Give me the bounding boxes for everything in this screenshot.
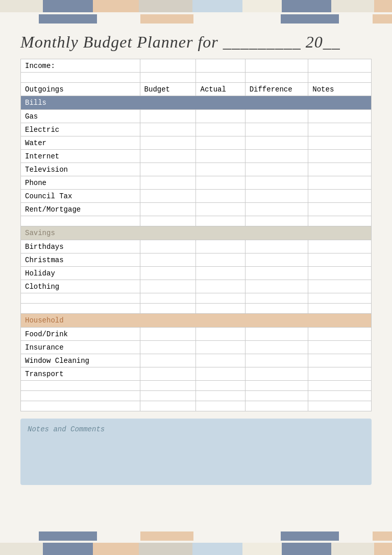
income-budget[interactable] [140, 59, 196, 73]
budget-cell[interactable] [140, 367, 196, 381]
actual-cell[interactable] [196, 253, 245, 267]
strip-seg [242, 531, 281, 541]
budget-cell[interactable] [140, 136, 196, 150]
notes-cell[interactable] [308, 240, 372, 253]
notes-cell[interactable] [308, 253, 372, 267]
actual-cell[interactable] [196, 163, 245, 176]
budget-cell[interactable] [140, 110, 196, 123]
diff-cell[interactable] [245, 280, 308, 293]
table-row: Food/Drink [21, 328, 372, 341]
actual-cell[interactable] [196, 354, 245, 367]
spacer-row [21, 216, 372, 226]
notes-cell[interactable] [308, 150, 372, 163]
col-header-difference: Difference [245, 83, 308, 96]
budget-cell[interactable] [140, 150, 196, 163]
diff-cell[interactable] [245, 253, 308, 267]
strip-seg [374, 0, 392, 12]
diff-cell[interactable] [245, 267, 308, 280]
notes-cell[interactable] [308, 163, 372, 176]
actual-cell[interactable] [196, 150, 245, 163]
actual-cell[interactable] [196, 240, 245, 253]
category-savings: Savings [21, 226, 372, 240]
diff-cell[interactable] [245, 240, 308, 253]
notes-cell[interactable] [308, 136, 372, 150]
budget-cell[interactable] [140, 341, 196, 354]
strip-seg [0, 0, 43, 12]
strip-seg [139, 543, 192, 555]
diff-cell[interactable] [245, 203, 308, 216]
budget-cell[interactable] [140, 176, 196, 190]
actual-cell[interactable] [196, 328, 245, 341]
page-wrapper: Monthly Budget Planner for _________ 20_… [0, 0, 392, 555]
actual-cell[interactable] [196, 123, 245, 136]
notes-cell[interactable] [308, 280, 372, 293]
strip-seg [282, 0, 332, 12]
actual-cell[interactable] [196, 176, 245, 190]
item-label: Phone [21, 176, 140, 190]
strip-seg [374, 543, 392, 555]
actual-cell[interactable] [196, 203, 245, 216]
diff-cell[interactable] [245, 354, 308, 367]
top-strip-1 [0, 0, 392, 12]
diff-cell[interactable] [245, 176, 308, 190]
income-diff[interactable] [245, 59, 308, 73]
diff-cell[interactable] [245, 341, 308, 354]
diff-cell[interactable] [245, 328, 308, 341]
category-savings-label: Savings [21, 226, 372, 240]
budget-cell[interactable] [140, 267, 196, 280]
table-row: Electric [21, 123, 372, 136]
diff-cell[interactable] [245, 110, 308, 123]
budget-cell[interactable] [140, 240, 196, 253]
strip-seg [0, 14, 39, 24]
notes-cell[interactable] [308, 176, 372, 190]
col-header-notes: Notes [308, 83, 372, 96]
diff-cell[interactable] [245, 163, 308, 176]
actual-cell[interactable] [196, 367, 245, 381]
diff-cell[interactable] [245, 190, 308, 203]
item-label: Council Tax [21, 190, 140, 203]
actual-cell[interactable] [196, 280, 245, 293]
actual-cell[interactable] [196, 136, 245, 150]
notes-cell[interactable] [308, 341, 372, 354]
income-actual[interactable] [196, 59, 245, 73]
income-label: Income: [21, 59, 140, 73]
budget-cell[interactable] [140, 203, 196, 216]
notes-cell[interactable] [308, 328, 372, 341]
budget-cell[interactable] [140, 354, 196, 367]
diff-cell[interactable] [245, 150, 308, 163]
category-household: Household [21, 314, 372, 328]
table-row: Clothing [21, 280, 372, 293]
item-label: Christmas [21, 253, 140, 267]
actual-cell[interactable] [196, 110, 245, 123]
notes-cell[interactable] [308, 123, 372, 136]
diff-cell[interactable] [245, 136, 308, 150]
budget-cell[interactable] [140, 190, 196, 203]
notes-cell[interactable] [308, 110, 372, 123]
actual-cell[interactable] [196, 190, 245, 203]
diff-cell[interactable] [245, 123, 308, 136]
column-headers-row: Outgoings Budget Actual Difference Notes [21, 83, 372, 96]
budget-cell[interactable] [140, 163, 196, 176]
notes-cell[interactable] [308, 267, 372, 280]
budget-cell[interactable] [140, 123, 196, 136]
actual-cell[interactable] [196, 341, 245, 354]
income-notes[interactable] [308, 59, 372, 73]
item-label: Holiday [21, 267, 140, 280]
strip-seg [97, 14, 140, 24]
actual-cell[interactable] [196, 267, 245, 280]
notes-cell[interactable] [308, 203, 372, 216]
budget-cell[interactable] [140, 328, 196, 341]
item-label: Electric [21, 123, 140, 136]
budget-cell[interactable] [140, 280, 196, 293]
table-row: Transport [21, 367, 372, 381]
table-row: Christmas [21, 253, 372, 267]
strip-seg [193, 14, 242, 24]
strip-seg [331, 0, 374, 12]
notes-cell[interactable] [308, 190, 372, 203]
strip-seg [192, 0, 242, 12]
diff-cell[interactable] [245, 367, 308, 381]
notes-cell[interactable] [308, 367, 372, 381]
strip-seg [139, 0, 192, 12]
notes-cell[interactable] [308, 354, 372, 367]
budget-cell[interactable] [140, 253, 196, 267]
